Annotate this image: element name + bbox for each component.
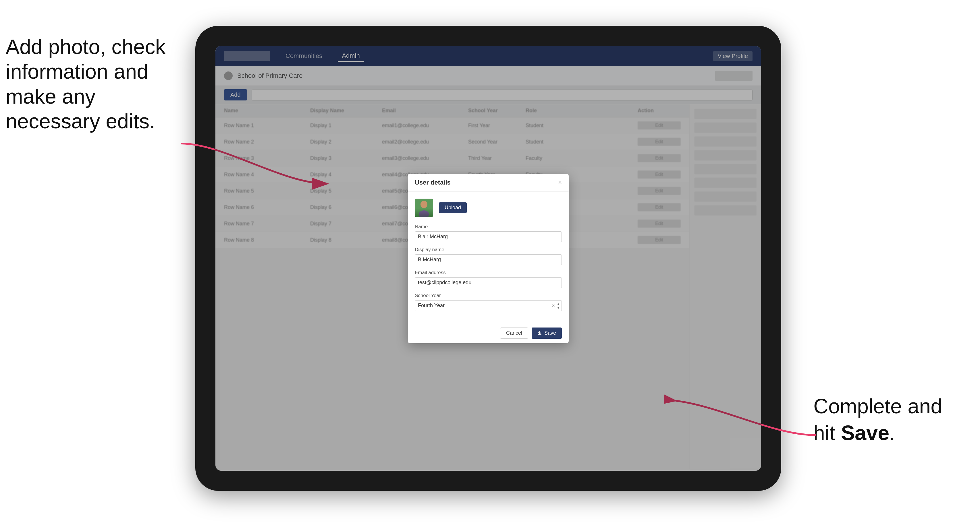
modal-title: User details: [415, 179, 451, 186]
name-field-group: Name: [415, 224, 562, 242]
svg-rect-5: [538, 334, 541, 335]
tablet-screen: Communities Admin View Profile School of…: [215, 46, 761, 471]
user-details-modal: User details ×: [408, 174, 569, 343]
modal-close-button[interactable]: ×: [558, 179, 562, 186]
svg-point-3: [420, 201, 427, 208]
modal-body: Upload Name Display name Email addre: [408, 192, 569, 323]
upload-photo-button[interactable]: Upload: [439, 202, 467, 213]
name-input[interactable]: [415, 231, 562, 242]
svg-point-4: [419, 210, 429, 217]
photo-section: Upload: [415, 198, 562, 217]
name-label: Name: [415, 224, 562, 230]
school-year-arrows: ▲ ▼: [557, 302, 560, 309]
school-year-up-button[interactable]: ▲: [557, 302, 560, 305]
save-button[interactable]: Save: [531, 327, 562, 339]
email-field-group: Email address: [415, 270, 562, 288]
school-year-down-button[interactable]: ▼: [557, 306, 560, 309]
email-input[interactable]: [415, 277, 562, 288]
display-name-field-group: Display name: [415, 247, 562, 265]
email-label: Email address: [415, 270, 562, 276]
cancel-button[interactable]: Cancel: [500, 327, 528, 339]
modal-header: User details ×: [408, 174, 569, 192]
user-photo-thumbnail: [415, 198, 433, 217]
school-year-clear-button[interactable]: ×: [552, 303, 555, 309]
display-name-input[interactable]: [415, 254, 562, 265]
school-year-label: School Year: [415, 293, 562, 298]
modal-overlay: User details ×: [215, 46, 761, 471]
school-year-input[interactable]: [415, 300, 562, 311]
school-year-wrapper: × ▲ ▼: [415, 300, 562, 311]
save-icon: [538, 331, 542, 335]
tablet-frame: Communities Admin View Profile School of…: [195, 26, 781, 491]
display-name-label: Display name: [415, 247, 562, 252]
annotation-right: Complete and hit Save.: [813, 393, 963, 447]
annotation-left: Add photo, check information and make an…: [6, 35, 172, 134]
modal-footer: Cancel Save: [408, 323, 569, 343]
school-year-field-group: School Year × ▲ ▼: [415, 293, 562, 311]
school-year-controls: × ▲ ▼: [552, 302, 560, 309]
